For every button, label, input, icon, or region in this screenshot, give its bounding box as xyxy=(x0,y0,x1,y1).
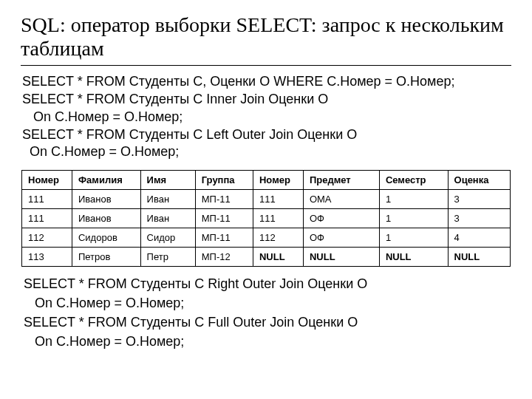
col-header: Группа xyxy=(195,171,253,190)
table-body: 111 Иванов Иван МП-11 111 ОМА 1 3 111 Ив… xyxy=(22,190,511,267)
table-header-row: Номер Фамилия Имя Группа Номер Предмет С… xyxy=(22,171,511,190)
cell-null: NULL xyxy=(303,248,379,267)
col-header: Фамилия xyxy=(72,171,140,190)
title-underline xyxy=(21,65,511,66)
cell-null: NULL xyxy=(253,248,303,267)
cell-null: NULL xyxy=(379,248,448,267)
col-header: Номер xyxy=(22,171,72,190)
cell: 111 xyxy=(22,190,72,209)
cell: Сидоров xyxy=(72,228,140,248)
cell: 111 xyxy=(253,209,303,228)
cell: МП-11 xyxy=(195,228,253,248)
cell: МП-11 xyxy=(195,190,253,209)
cell: 4 xyxy=(448,228,510,248)
table-row: 112 Сидоров Сидор МП-11 112 ОФ 1 4 xyxy=(22,228,511,248)
table-row: 113 Петров Петр МП-12 NULL NULL NULL NUL… xyxy=(22,248,511,267)
cell: 1 xyxy=(379,209,448,228)
table-row: 111 Иванов Иван МП-11 111 ОФ 1 3 xyxy=(22,209,511,228)
cell: Иванов xyxy=(72,190,140,209)
cell: Сидор xyxy=(140,228,195,248)
cell: 3 xyxy=(448,209,510,228)
table-head: Номер Фамилия Имя Группа Номер Предмет С… xyxy=(22,171,511,190)
col-header: Семестр xyxy=(379,171,448,190)
cell: Иванов xyxy=(72,209,140,228)
cell-null: NULL xyxy=(448,248,510,267)
cell: Иван xyxy=(140,190,195,209)
cell: МП-11 xyxy=(195,209,253,228)
cell: ОФ xyxy=(303,228,379,248)
cell: МП-12 xyxy=(195,248,253,267)
cell: Иван xyxy=(140,209,195,228)
cell: ОФ xyxy=(303,209,379,228)
cell: 1 xyxy=(379,190,448,209)
cell: 1 xyxy=(379,228,448,248)
cell: 3 xyxy=(448,190,510,209)
slide-title: SQL: оператор выборки SELECT: запрос к н… xyxy=(21,13,511,61)
table-row: 111 Иванов Иван МП-11 111 ОМА 1 3 xyxy=(22,190,511,209)
cell: 113 xyxy=(22,248,72,267)
cell: 111 xyxy=(22,209,72,228)
sql-code-after: SELECT * FROM Студенты С Right Outer Joi… xyxy=(24,274,511,351)
slide: SQL: оператор выборки SELECT: запрос к н… xyxy=(0,0,532,399)
cell: 112 xyxy=(253,228,303,248)
cell: Петров xyxy=(72,248,140,267)
cell: 112 xyxy=(22,228,72,248)
col-header: Номер xyxy=(253,171,303,190)
cell: ОМА xyxy=(303,190,379,209)
cell: Петр xyxy=(140,248,195,267)
col-header: Оценка xyxy=(448,171,510,190)
col-header: Имя xyxy=(140,171,195,190)
sql-code-before: SELECT * FROM Студенты С, Оценки О WHERE… xyxy=(22,73,511,161)
col-header: Предмет xyxy=(303,171,379,190)
cell: 111 xyxy=(253,190,303,209)
result-table: Номер Фамилия Имя Группа Номер Предмет С… xyxy=(21,170,511,267)
